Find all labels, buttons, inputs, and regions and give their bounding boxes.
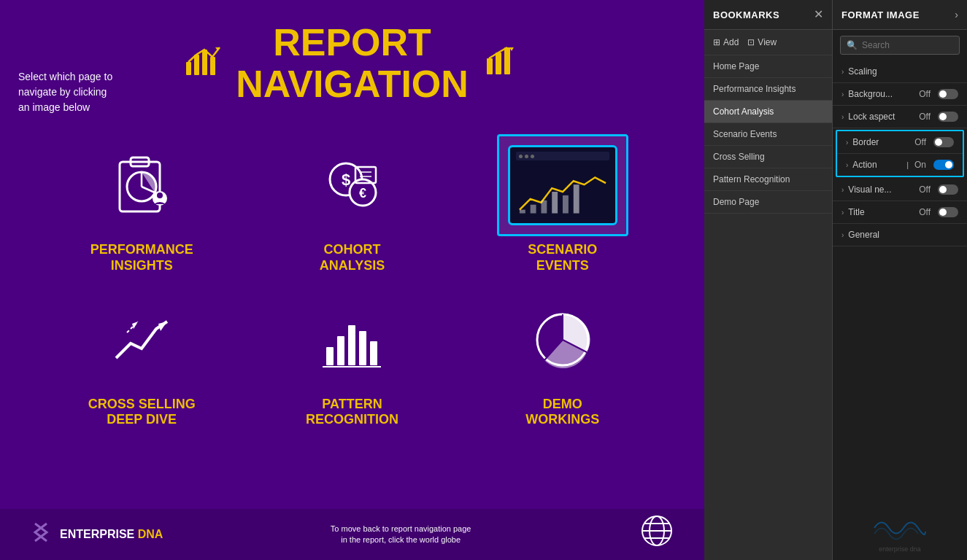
nav-label-cohort: COHORT ANALYSIS	[320, 242, 385, 273]
report-title: REPORT NAVIGATION	[236, 22, 469, 105]
svg-rect-0	[186, 62, 191, 75]
bookmarks-close-button[interactable]: ✕	[814, 9, 823, 20]
nav-box-scenario	[497, 134, 628, 236]
right-panels: BOOKMARKS ✕ ⊞ Add ⊡ View Home Page Perfo…	[704, 0, 967, 560]
action-label: Action	[852, 160, 902, 170]
general-label: General	[848, 230, 958, 240]
enterprise-dna-logo: ENTERPRISE DNA	[29, 521, 163, 549]
svg-rect-35	[359, 331, 366, 365]
title-label: Title	[848, 207, 914, 217]
title-toggle[interactable]	[938, 207, 958, 217]
format-section-border[interactable]: › Border Off	[837, 131, 963, 154]
footer-brand-text: enterprise dna	[871, 545, 929, 553]
globe-icon[interactable]	[639, 513, 675, 556]
chevron-action-icon: ›	[846, 161, 848, 169]
view-label: View	[758, 37, 777, 47]
border-toggle[interactable]	[933, 137, 954, 147]
svg-rect-27	[563, 195, 569, 214]
svg-rect-23	[520, 210, 525, 214]
svg-rect-24	[531, 205, 536, 214]
chevron-right-icon[interactable]: ›	[955, 9, 958, 20]
bookmark-add-button[interactable]: ⊞ Add	[713, 37, 739, 47]
bookmark-item-cross[interactable]: Cross Selling	[704, 146, 832, 168]
visual-header-toggle[interactable]	[938, 184, 958, 195]
view-icon: ⊡	[747, 37, 755, 47]
background-toggle[interactable]	[938, 89, 958, 99]
lock-aspect-value: Off	[919, 112, 931, 122]
bookmark-item-demo[interactable]: Demo Page	[704, 191, 832, 214]
header-chart-icon	[185, 44, 221, 83]
nav-box-demo	[497, 289, 628, 391]
format-section-lock-aspect[interactable]: › Lock aspect Off	[833, 106, 967, 128]
svg-text:$: $	[342, 171, 350, 189]
border-toggle-knob	[935, 139, 942, 146]
svg-marker-31	[132, 322, 138, 329]
bookmark-item-pattern[interactable]: Pattern Recognition	[704, 168, 832, 191]
footer-note: To move back to report navigation page i…	[328, 524, 474, 546]
bookmarks-header: BOOKMARKS ✕	[704, 0, 832, 30]
nav-item-demo-workings[interactable]: DEMO WORKINGS	[465, 289, 660, 428]
bookmark-view-button[interactable]: ⊡ View	[747, 37, 777, 47]
nav-label-pattern: PATTERN RECOGNITION	[306, 397, 398, 428]
svg-rect-1	[194, 55, 199, 75]
background-toggle-knob	[939, 90, 947, 98]
svg-rect-33	[337, 336, 344, 365]
bookmark-item-home[interactable]: Home Page	[704, 55, 832, 78]
nav-box-cross-selling	[76, 289, 207, 391]
background-label: Backgrou...	[848, 89, 914, 99]
chevron-background-icon: ›	[841, 90, 844, 98]
format-section-action[interactable]: › Action | On	[837, 154, 963, 176]
chevron-title-icon: ›	[841, 209, 844, 217]
lock-aspect-toggle-knob	[939, 113, 947, 120]
svg-rect-36	[370, 341, 377, 365]
format-section-scaling[interactable]: › Scaling	[833, 61, 967, 83]
format-image-panel: FORMAT IMAGE › 🔍 › Scaling › Backgrou...…	[832, 0, 967, 560]
svg-marker-29	[158, 322, 167, 331]
nav-item-cross-selling[interactable]: CROSS SELLING DEEP DIVE	[44, 289, 239, 428]
background-value: Off	[919, 89, 931, 99]
highlighted-section: › Border Off › Action | On	[836, 130, 964, 177]
action-value: On	[914, 160, 926, 170]
bookmark-item-cohort[interactable]: Cohort Analysis	[704, 101, 832, 123]
chevron-general-icon: ›	[841, 231, 844, 239]
nav-box-cohort: $ €	[286, 134, 417, 236]
svg-rect-6	[496, 52, 501, 74]
visual-header-label: Visual ne...	[848, 184, 914, 195]
svg-point-15	[157, 192, 163, 198]
nav-box-performance	[76, 134, 207, 236]
format-section-general[interactable]: › General	[833, 224, 967, 246]
svg-text:€: €	[359, 186, 366, 201]
add-label: Add	[723, 37, 739, 47]
nav-item-scenario-events[interactable]: SCENARIO EVENTS	[465, 134, 660, 273]
format-header: FORMAT IMAGE ›	[833, 0, 967, 30]
svg-rect-2	[202, 50, 207, 75]
svg-rect-7	[504, 47, 510, 74]
cursor-text: |	[906, 160, 909, 169]
visual-header-value: Off	[919, 184, 931, 195]
search-icon: 🔍	[847, 40, 858, 50]
format-section-title[interactable]: › Title Off	[833, 201, 967, 224]
svg-rect-28	[574, 185, 579, 214]
svg-rect-32	[326, 347, 334, 365]
title-toggle-knob	[939, 209, 947, 216]
nav-item-pattern-recognition[interactable]: PATTERN RECOGNITION	[254, 289, 450, 428]
bookmark-item-performance[interactable]: Performance Insights	[704, 78, 832, 101]
nav-item-cohort-analysis[interactable]: $ € COHORT ANALYSIS	[254, 134, 450, 273]
format-search-input[interactable]	[862, 40, 953, 50]
svg-rect-3	[210, 57, 215, 75]
format-section-background[interactable]: › Backgrou... Off	[833, 83, 967, 106]
border-label: Border	[852, 137, 910, 147]
action-toggle[interactable]	[933, 160, 954, 170]
nav-box-pattern	[286, 289, 417, 391]
format-section-visual-header[interactable]: › Visual ne... Off	[833, 179, 967, 201]
nav-label-performance: PERFORMANCE INSIGHTS	[90, 242, 193, 273]
lock-aspect-toggle[interactable]	[938, 112, 958, 122]
add-icon: ⊞	[713, 37, 720, 47]
format-search-box[interactable]: 🔍	[840, 36, 960, 55]
lock-aspect-label: Lock aspect	[848, 112, 914, 122]
nav-label-cross-selling: CROSS SELLING DEEP DIVE	[88, 397, 196, 428]
border-value: Off	[914, 137, 926, 147]
bookmark-item-scenario[interactable]: Scenario Events	[704, 123, 832, 146]
bookmarks-title: BOOKMARKS	[713, 9, 779, 20]
nav-item-performance-insights[interactable]: PERFORMANCE INSIGHTS	[44, 134, 239, 273]
